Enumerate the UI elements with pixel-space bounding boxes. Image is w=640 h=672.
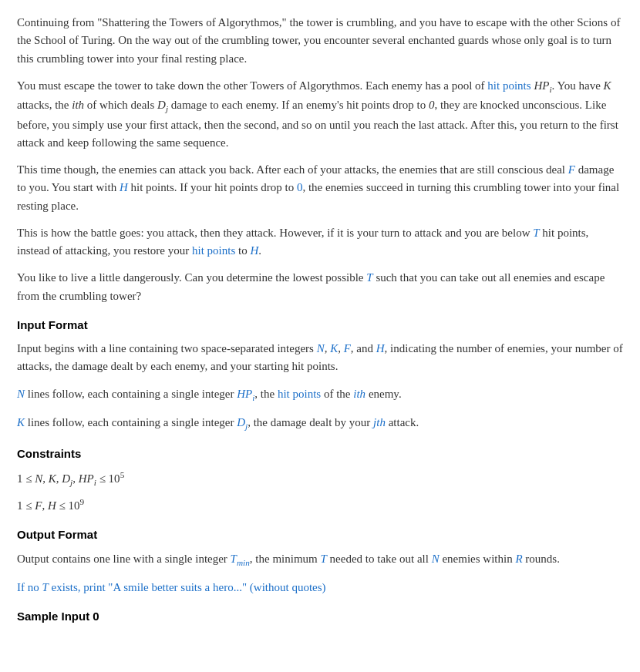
output-format-paragraph: Output contains one line with a single i… [17,550,623,570]
counter-attack-paragraph: This time though, the enemies can attack… [17,161,623,215]
constraints-heading: Constraints [17,445,623,462]
k-lines-paragraph: K lines follow, each containing a single… [17,414,623,433]
sample-input-heading: Sample Input 0 [17,607,623,625]
input-format-paragraph: Input begins with a line containing two … [17,340,623,376]
question-paragraph: You like to live a little dangerously. C… [17,269,623,305]
constraint-1: 1 ≤ N, K, Dj, HPi ≤ 105 [17,469,623,489]
constraint-2: 1 ≤ F, H ≤ 109 [17,496,623,515]
battle-paragraph: This is how the battle goes: you attack,… [17,224,623,260]
no-t-paragraph: If no T exists, print "A smile better su… [17,579,623,596]
hp-paragraph: You must escape the tower to take down t… [17,77,623,152]
n-lines-paragraph: N lines follow, each containing a single… [17,385,623,405]
intro-paragraph: Continuing from "Shattering the Towers o… [17,14,623,68]
output-format-heading: Output Format [17,526,623,543]
input-format-heading: Input Format [17,316,623,334]
